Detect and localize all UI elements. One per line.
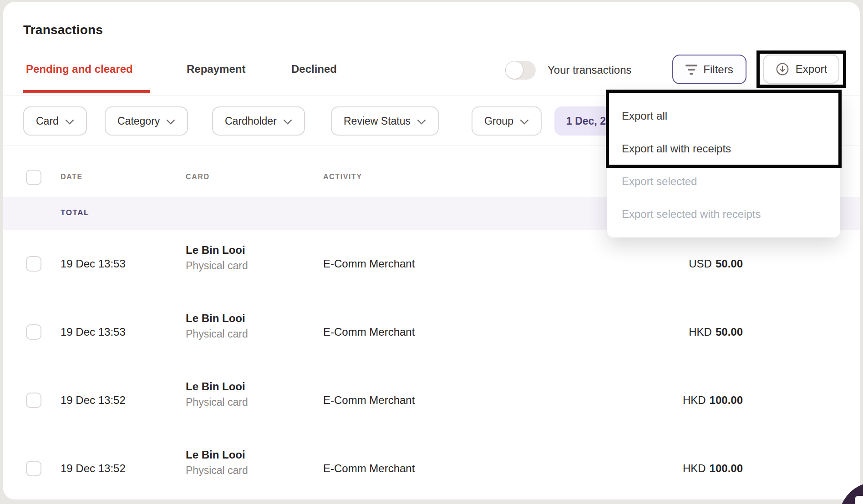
chat-bubble-icon — [855, 496, 863, 504]
filters-button[interactable]: Filters — [672, 55, 746, 84]
amount-currency: HKD — [689, 326, 712, 338]
card-type: Physical card — [186, 394, 248, 410]
amount-value: 100.00 — [710, 394, 743, 406]
transaction-activity: E-Comm Merchant — [323, 394, 415, 407]
chevron-down-icon — [166, 115, 175, 127]
transaction-amount: USD50.00 — [689, 257, 743, 270]
transaction-amount: HKD100.00 — [683, 462, 743, 475]
transaction-row[interactable]: 19 Dec 13:53 Le Bin Looi Physical card E… — [3, 298, 860, 366]
transaction-date: 19 Dec 13:52 — [61, 394, 126, 407]
filter-chip-group[interactable]: Group — [472, 106, 542, 136]
transaction-activity: E-Comm Merchant — [323, 326, 415, 338]
transaction-date: 19 Dec 13:52 — [61, 462, 126, 475]
filter-chip-category[interactable]: Category — [105, 106, 188, 136]
transaction-activity: E-Comm Merchant — [323, 462, 415, 475]
filters-button-label: Filters — [703, 63, 733, 76]
filter-chip-category-label: Category — [117, 115, 160, 127]
column-header-date: DATE — [61, 173, 83, 181]
transaction-amount: HKD100.00 — [683, 394, 743, 407]
amount-value: 50.00 — [716, 326, 743, 338]
amount-value: 100.00 — [710, 462, 743, 474]
select-all-checkbox[interactable] — [26, 170, 41, 185]
transaction-date: 19 Dec 13:53 — [61, 326, 126, 338]
transaction-amount: HKD50.00 — [689, 326, 743, 338]
filter-chip-card-label: Card — [36, 115, 59, 127]
amount-value: 50.00 — [716, 257, 743, 270]
page-title: Transactions — [23, 23, 103, 37]
menu-item-export-all-with-receipts[interactable]: Export all with receipts — [607, 132, 840, 165]
column-header-card: CARD — [186, 173, 210, 181]
cardholder-name: Le Bin Looi — [186, 243, 248, 257]
your-transactions-label: Your transactions — [548, 64, 632, 76]
menu-item-export-selected: Export selected — [607, 165, 840, 198]
tab-repayment[interactable]: Repayment — [187, 63, 245, 76]
row-checkbox[interactable] — [26, 324, 41, 340]
transaction-row[interactable]: 19 Dec 13:52 Le Bin Looi Physical card E… — [3, 434, 860, 499]
chevron-down-icon — [283, 115, 292, 127]
card-type: Physical card — [186, 462, 248, 479]
filter-chip-review-status[interactable]: Review Status — [331, 106, 439, 136]
column-header-activity: ACTIVITY — [323, 173, 362, 181]
filter-chip-cardholder-label: Cardholder — [225, 115, 277, 127]
transaction-row[interactable]: 19 Dec 13:52 Le Bin Looi Physical card E… — [3, 366, 860, 434]
filter-chip-cardholder[interactable]: Cardholder — [212, 106, 305, 136]
transaction-activity: E-Comm Merchant — [323, 257, 415, 270]
menu-item-export-all[interactable]: Export all — [607, 100, 840, 132]
tab-declined[interactable]: Declined — [291, 63, 337, 76]
filter-chip-review-status-label: Review Status — [344, 115, 411, 127]
filter-chip-group-label: Group — [484, 115, 513, 127]
chevron-down-icon — [417, 115, 426, 127]
download-icon — [775, 62, 790, 76]
transaction-row[interactable]: 19 Dec 13:53 Le Bin Looi Physical card E… — [3, 230, 860, 298]
your-transactions-toggle[interactable] — [505, 61, 536, 80]
active-tab-underline — [23, 90, 150, 93]
filter-chip-card[interactable]: Card — [23, 106, 87, 136]
row-checkbox[interactable] — [26, 393, 41, 408]
card-type: Physical card — [186, 326, 248, 342]
amount-currency: HKD — [683, 394, 706, 406]
transaction-date: 19 Dec 13:53 — [61, 257, 126, 270]
export-button-label: Export — [796, 63, 827, 76]
amount-currency: HKD — [683, 462, 706, 474]
toggle-knob — [505, 61, 523, 79]
menu-item-export-selected-with-receipts: Export selected with receipts — [607, 198, 840, 231]
row-checkbox[interactable] — [26, 256, 41, 272]
card-type: Physical card — [186, 257, 248, 274]
export-dropdown-menu: Export all Export all with receipts Expo… — [607, 91, 840, 237]
total-label: TOTAL — [61, 208, 89, 217]
date-range-chip-label: 1 Dec, 2 — [566, 115, 606, 127]
row-checkbox[interactable] — [26, 461, 41, 476]
filter-icon — [685, 65, 697, 75]
tab-pending-and-cleared[interactable]: Pending and cleared — [26, 63, 133, 76]
cardholder-name: Le Bin Looi — [186, 379, 248, 394]
chevron-down-icon — [65, 115, 74, 127]
export-button[interactable]: Export — [763, 55, 839, 84]
chevron-down-icon — [520, 115, 529, 127]
cardholder-name: Le Bin Looi — [186, 311, 248, 326]
amount-currency: USD — [689, 257, 712, 270]
transactions-page: Transactions Pending and cleared Repayme… — [0, 0, 863, 504]
cardholder-name: Le Bin Looi — [186, 448, 248, 462]
